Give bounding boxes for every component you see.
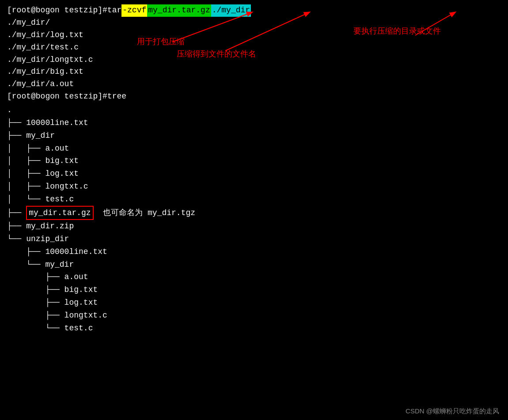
tree-item-0: ├── 10000line.txt: [7, 117, 501, 129]
tree-item-3: │ ├── big.txt: [7, 155, 501, 167]
tree-item-7: ├── my_dir.tar.gz 也可命名为 my_dir.tgz: [7, 206, 501, 220]
output-line-3: ./my_dir/test.c: [7, 42, 501, 54]
boxed-filename: my_dir.tar.gz: [26, 206, 93, 220]
tree-item-14: ├── log.txt: [7, 296, 501, 309]
output-line-5: ./my_dir/big.txt: [7, 66, 501, 78]
tree-item-8: ├── my_dir.zip: [7, 220, 501, 233]
tree-root: .: [7, 104, 501, 117]
output-line-6: ./my_dir/a.out: [7, 78, 501, 91]
output-line-4: ./my_dir/longtxt.c: [7, 54, 501, 66]
watermark: CSDN @螺蛳粉只吃炸蛋的走风: [406, 407, 499, 416]
command-line-1: [root@bogon testzip]# tar -zcvf my_dir.t…: [7, 4, 501, 17]
prompt-1: [root@bogon testzip]#: [7, 4, 107, 17]
arg-zcvf: -zcvf: [121, 4, 147, 17]
tree-item-9: └── unzip_dir: [7, 233, 501, 246]
cmd-tree: tree: [107, 91, 126, 103]
tree-output: . ├── 10000line.txt ├── my_dir │ ├── a.o…: [7, 104, 501, 334]
command-line-2: [root@bogon testzip]# tree: [7, 91, 501, 103]
tree-item-10: ├── 10000line.txt: [7, 246, 501, 258]
terminal: [root@bogon testzip]# tar -zcvf my_dir.t…: [0, 0, 508, 339]
arg-dir: ./my_dir: [211, 4, 251, 17]
output-line-2: ./my_dir/log.txt: [7, 29, 501, 42]
tree-item-11: └── my_dir: [7, 258, 501, 271]
cmd-tar: tar: [107, 4, 121, 17]
tree-item-2: │ ├── a.out: [7, 142, 501, 155]
tree-item-6: │ └── test.c: [7, 193, 501, 206]
arg-filename: my_dir.tar.gz: [147, 4, 211, 17]
tree-item-1: ├── my_dir: [7, 129, 501, 142]
tree-item-13: ├── big.txt: [7, 284, 501, 296]
tree-item-16: └── test.c: [7, 322, 501, 335]
tree-item-4: │ ├── log.txt: [7, 167, 501, 180]
tree-item-15: ├── longtxt.c: [7, 309, 501, 322]
prompt-2: [root@bogon testzip]#: [7, 91, 107, 103]
tree-item-5: │ ├── longtxt.c: [7, 180, 501, 193]
tree-item-12: ├── a.out: [7, 271, 501, 284]
output-line-1: ./my_dir/: [7, 17, 501, 29]
